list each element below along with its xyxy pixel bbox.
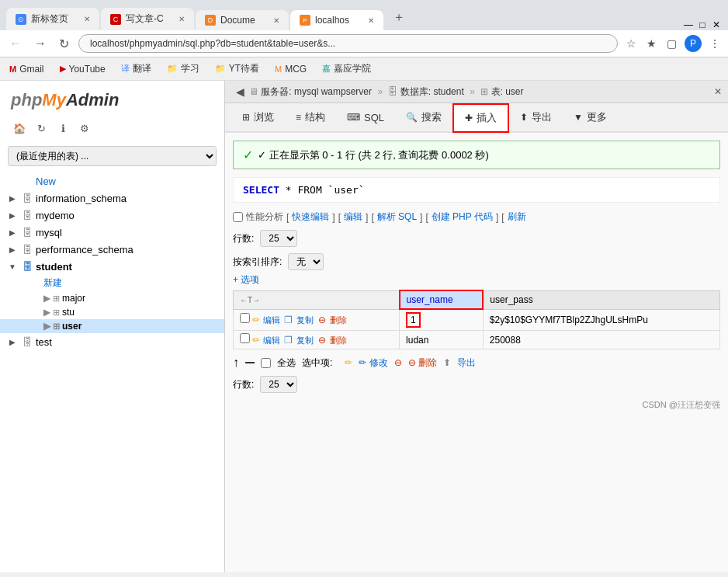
perf-analysis-checkbox[interactable] (233, 212, 243, 222)
bookmark-youtube-label: YouTube (69, 64, 106, 75)
tab-close-3[interactable]: ✕ (273, 16, 279, 25)
bookmark-yt[interactable]: 📁 YT待看 (212, 61, 262, 77)
row-count-select[interactable]: 25 (260, 230, 297, 247)
bookmark-gmail[interactable]: M Gmail (6, 62, 47, 76)
reload-button[interactable]: ↻ (56, 35, 72, 53)
main-content: phpMyAdmin 🏠 ↻ ℹ ⚙ (最近使用的表) ... New (0, 81, 728, 572)
tree-item-mysql[interactable]: ▶ 🗄 mysql (0, 224, 224, 241)
tab-insert[interactable]: ✚ 插入 (452, 103, 509, 133)
copy-link-2[interactable]: 复制 (296, 335, 314, 345)
bookmark-mcg[interactable]: M MCG (272, 62, 310, 76)
minimize-button[interactable]: — (683, 19, 694, 30)
tab-csdn[interactable]: C 写文章-C ✕ (101, 8, 194, 30)
tree-item-new-sub[interactable]: 新建 (0, 275, 224, 291)
export-bottom-link[interactable]: 导出 (457, 356, 476, 370)
window-icon[interactable]: ▢ (664, 36, 678, 50)
tree-container: New ▶ 🗄 information_schema ▶ 🗄 mydemo ▶ … (0, 172, 224, 350)
collapse-sidebar-button[interactable]: ◀ (231, 84, 249, 99)
info-icon[interactable]: ℹ (54, 120, 71, 137)
close-button[interactable]: ✕ (711, 19, 722, 30)
bookmark-star-icon[interactable]: ☆ (624, 36, 638, 50)
bookmark-youtube[interactable]: ▶ YouTube (57, 62, 109, 76)
row1-checkbox[interactable] (240, 313, 250, 323)
bookmark-translate[interactable]: 译 翻译 (118, 61, 154, 77)
parse-sql-link[interactable]: 解析 SQL (377, 210, 417, 224)
tree-item-information-schema[interactable]: ▶ 🗄 information_schema (0, 189, 224, 207)
maximize-button[interactable]: □ (697, 19, 708, 30)
sort-select[interactable]: 无 (288, 253, 324, 270)
tree-item-user[interactable]: ▶ ⊞ user (0, 319, 224, 333)
refresh-link[interactable]: 刷新 (508, 210, 526, 224)
delete-circle-icon: ⊖ (394, 357, 402, 368)
copy-link-1[interactable]: 复制 (296, 315, 314, 325)
options-link[interactable]: + 选项 (233, 273, 720, 287)
tab-favicon-2: C (110, 14, 121, 25)
menu-icon[interactable]: ⋮ (708, 36, 722, 50)
edit-icon-2[interactable]: ✏ (252, 335, 260, 346)
new-db-icon (21, 175, 33, 187)
mydemo-db-icon: 🗄 (21, 209, 33, 221)
row2-checkbox[interactable] (240, 333, 250, 343)
username-value-1: 1 (406, 312, 421, 328)
delete-icon-1[interactable]: ⊖ (318, 315, 326, 325)
tree-mysql-label: mysql (36, 227, 62, 238)
tab-more[interactable]: ▼ 更多 (563, 103, 618, 133)
tab-export[interactable]: ⬆ 导出 (509, 103, 563, 133)
edit-link-1[interactable]: 编辑 (263, 315, 280, 325)
tree-item-performance-schema[interactable]: ▶ 🗄 performance_schema (0, 241, 224, 258)
db-select[interactable]: (最近使用的表) ... (8, 146, 217, 166)
tab-close-2[interactable]: ✕ (179, 15, 185, 23)
tab-close-1[interactable]: ✕ (84, 15, 90, 23)
select-all-checkbox[interactable] (261, 358, 271, 368)
create-php-link[interactable]: 创建 PHP 代码 (432, 210, 493, 224)
edit-icon-1[interactable]: ✏ (252, 315, 260, 325)
settings-icon[interactable]: ⚙ (76, 120, 93, 137)
tab-structure[interactable]: ≡ 结构 (285, 103, 336, 133)
forward-button[interactable]: → (31, 35, 50, 52)
tree-item-new[interactable]: New (0, 172, 224, 189)
tab-new-tab[interactable]: ⊙ 新标签页 ✕ (6, 8, 99, 30)
delete-link-2[interactable]: 删除 (330, 335, 347, 345)
user-table-icon: ⊞ (53, 322, 60, 332)
bottom-bar: ↑ 全选 选中项: ✏ ✏ 修改 ⊖ ⊖ 删除 ⬆ 导出 (233, 356, 720, 370)
extension-icon[interactable]: ★ (644, 36, 658, 50)
edit-link-2[interactable]: 编辑 (263, 335, 280, 345)
tab-search[interactable]: 🔍 搜索 (395, 103, 452, 133)
action-bar: 性能分析 [ 快速编辑 ] [ 编辑 ] [ 解析 SQL ] [ 创建 PHP… (233, 210, 720, 224)
col-actions-header: ←T→ (234, 290, 400, 309)
panel-close-icon[interactable]: ✕ (714, 86, 722, 97)
col-username-header[interactable]: user_name (400, 290, 484, 309)
quick-edit-link[interactable]: 快速编辑 (292, 210, 329, 224)
row-count-bar-2: 行数: 25 (233, 376, 720, 393)
copy-icon-1[interactable]: ❐ (284, 315, 293, 325)
tree-item-stu[interactable]: ▶ ⊞ stu (0, 305, 224, 319)
row-count2-select[interactable]: 25 (260, 376, 297, 393)
refresh-icon[interactable]: ↻ (33, 120, 50, 137)
tree-item-test[interactable]: ▶ 🗄 test (0, 333, 224, 350)
delete-bottom-link[interactable]: ⊖ 删除 (408, 356, 437, 370)
copy-icon-2[interactable]: ❐ (284, 335, 293, 346)
home-icon[interactable]: 🏠 (11, 120, 28, 137)
edit-link[interactable]: 编辑 (344, 210, 362, 224)
address-input[interactable] (78, 34, 618, 53)
delete-icon-2[interactable]: ⊖ (318, 335, 326, 346)
modify-link[interactable]: ✏ 修改 (359, 356, 387, 370)
breadcrumb-sep1: » (377, 86, 383, 97)
delete-link-1[interactable]: 删除 (330, 315, 347, 325)
tab-browse[interactable]: ⊞ 浏览 (231, 103, 285, 133)
data-table-wrap: ←T→ user_name user_pass ✏ 编辑 ❐ (233, 290, 720, 349)
bookmark-jiaying[interactable]: 嘉 嘉应学院 (319, 61, 374, 77)
tab-phpmyadmin[interactable]: P localhos ✕ (290, 10, 383, 30)
tab-close-4[interactable]: ✕ (368, 16, 374, 25)
youtube-icon: ▶ (60, 64, 66, 74)
export-icon: ⬆ (520, 112, 528, 123)
tree-item-student[interactable]: ▼ 🗄 student (0, 258, 224, 275)
back-button[interactable]: ← (6, 35, 25, 52)
tab-sql[interactable]: ⌨ SQL (336, 103, 395, 133)
profile-icon[interactable]: P (685, 35, 702, 52)
tree-item-major[interactable]: ▶ ⊞ major (0, 291, 224, 305)
tree-item-mydemo[interactable]: ▶ 🗄 mydemo (0, 207, 224, 224)
bookmark-study[interactable]: 📁 学习 (164, 61, 203, 77)
tab-docume[interactable]: D Docume ✕ (196, 10, 289, 30)
new-tab-button[interactable]: ＋ (385, 5, 413, 30)
